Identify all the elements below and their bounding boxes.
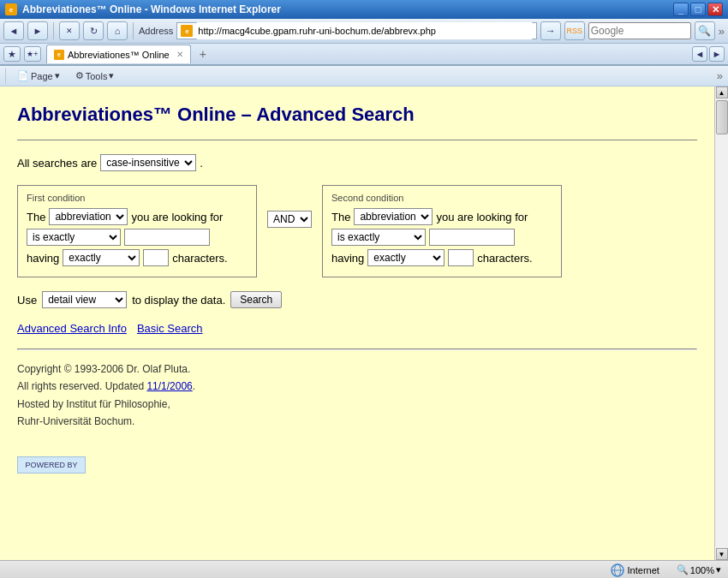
tools-dropdown-icon: ▾ xyxy=(109,70,114,81)
browser-icon: e xyxy=(5,3,17,15)
search-button[interactable]: Search xyxy=(230,291,282,308)
conditions-row: First condition The abbreviation expansi… xyxy=(17,185,697,277)
browser-content-area: Abbreviationes™ Online – Advanced Search… xyxy=(0,86,728,560)
tab-label: Abbreviationes™ Online xyxy=(68,50,170,60)
forward-button[interactable]: ► xyxy=(27,21,48,40)
tab-bar: ★ ★+ e Abbreviationes™ Online ✕ + ◄ ► xyxy=(0,44,728,66)
minimize-button[interactable]: _ xyxy=(673,3,689,16)
title-bar: e Abbreviationes™ Online - Windows Inter… xyxy=(0,0,728,19)
back-button[interactable]: ◄ xyxy=(3,21,24,40)
second-char-input[interactable] xyxy=(448,249,474,266)
page-icon: 📄 xyxy=(17,70,29,81)
toolbar2-expand-button[interactable]: » xyxy=(717,69,723,82)
powered-by-badge: POWERED BY xyxy=(17,456,86,474)
update-date-link[interactable]: 11/1/2006 xyxy=(146,380,192,392)
close-button[interactable]: ✕ xyxy=(707,3,723,16)
refresh-button[interactable]: ↻ xyxy=(83,21,104,40)
title-divider xyxy=(17,140,697,140)
window-title: Abbreviationes™ Online - Windows Interne… xyxy=(22,3,281,15)
status-zone: Internet xyxy=(611,563,659,577)
second-having-label: having xyxy=(331,252,364,265)
first-characters-label: characters. xyxy=(172,252,227,265)
page-menu-button[interactable]: 📄 Page ▾ xyxy=(13,69,64,83)
vertical-scrollbar[interactable]: ▲ ▼ xyxy=(714,86,728,560)
display-label: to display the data. xyxy=(132,294,225,307)
second-field-row: The abbreviation expansion source you ar… xyxy=(331,208,552,225)
copyright-line2: All rights reserved. Updated 11/1/2006. xyxy=(17,378,697,395)
connector-select[interactable]: AND OR xyxy=(267,211,312,228)
address-label: Address xyxy=(139,26,173,36)
second-condition-title: Second condition xyxy=(331,193,552,203)
tab-scroll-right[interactable]: ► xyxy=(709,46,725,62)
scroll-down-arrow[interactable]: ▼ xyxy=(716,548,728,560)
first-char-select[interactable]: exactly at least at most xyxy=(63,249,140,266)
copyright: Copyright © 1993-2006 Dr. Olaf Pluta. Al… xyxy=(17,361,697,431)
second-characters-label: characters. xyxy=(477,252,532,265)
search-bar: 🔍 xyxy=(588,21,715,40)
toolbar2-divider1 xyxy=(5,69,6,84)
first-field-select[interactable]: abbreviation expansion source xyxy=(49,208,128,225)
address-bar: Address e → RSS xyxy=(139,21,585,40)
toolbar-divider xyxy=(53,22,54,39)
add-favorites-button[interactable]: ★+ xyxy=(24,46,41,62)
favorites-star-button[interactable]: ★ xyxy=(3,46,21,62)
first-looking-for-label: you are looking for xyxy=(131,211,223,223)
case-sensitivity-select[interactable]: case-insensitive xyxy=(100,154,196,171)
second-match-row: is exactly starts with ends with contain… xyxy=(331,229,552,246)
go-button[interactable]: → xyxy=(540,21,561,40)
address-input[interactable] xyxy=(196,22,532,39)
zoom-control[interactable]: 🔍 100% ▾ xyxy=(677,564,721,575)
basic-search-link[interactable]: Basic Search xyxy=(137,322,203,335)
first-field-row: The abbreviation expansion source you ar… xyxy=(27,208,248,225)
toolbar-expand-button[interactable]: » xyxy=(719,25,725,38)
first-having-label: having xyxy=(27,252,59,265)
zoom-dropdown-icon: ▾ xyxy=(716,564,721,575)
internet-icon xyxy=(611,563,624,577)
second-match-select[interactable]: is exactly starts with ends with contain… xyxy=(331,229,426,246)
tab-close[interactable]: ✕ xyxy=(176,50,183,59)
page-title: Abbreviationes™ Online – Advanced Search xyxy=(17,104,697,126)
secondary-toolbar: 📄 Page ▾ ⚙ Tools ▾ » xyxy=(0,66,728,86)
use-label: Use xyxy=(17,294,37,307)
second-chars-row: having exactly at least at most characte… xyxy=(331,249,552,266)
active-tab[interactable]: e Abbreviationes™ Online ✕ xyxy=(46,45,191,63)
zoom-icon: 🔍 xyxy=(677,564,689,575)
tools-icon: ⚙ xyxy=(75,70,84,81)
page-content: Abbreviationes™ Online – Advanced Search… xyxy=(0,86,714,560)
first-match-select[interactable]: is exactly starts with ends with contain… xyxy=(27,229,121,246)
new-tab-button[interactable]: + xyxy=(196,47,210,61)
second-condition-box: Second condition The abbreviation expans… xyxy=(322,185,562,277)
all-searches-label: All searches are xyxy=(17,157,97,170)
first-value-input[interactable] xyxy=(124,229,210,246)
tab-icon: e xyxy=(54,50,64,60)
second-field-select[interactable]: abbreviation expansion source xyxy=(354,208,433,225)
advanced-search-info-link[interactable]: Advanced Search Info xyxy=(17,322,127,335)
tab-scroll-left[interactable]: ◄ xyxy=(692,46,707,62)
scroll-up-arrow[interactable]: ▲ xyxy=(716,86,728,98)
copyright-line1: Copyright © 1993-2006 Dr. Olaf Pluta. xyxy=(17,361,697,378)
and-connector: AND OR xyxy=(267,185,312,228)
browser-search-input[interactable] xyxy=(588,22,691,39)
links-row: Advanced Search Info Basic Search xyxy=(17,322,697,335)
navigation-toolbar: ◄ ► ✕ ↻ ⌂ Address e → RSS 🔍 » xyxy=(0,19,728,44)
browser-search-button[interactable]: 🔍 xyxy=(695,21,715,40)
second-char-select[interactable]: exactly at least at most xyxy=(367,249,445,266)
second-value-input[interactable] xyxy=(429,229,515,246)
first-char-input[interactable] xyxy=(143,249,169,266)
display-row: Use detail view compact view list view t… xyxy=(17,291,697,308)
first-condition-title: First condition xyxy=(27,193,248,203)
copyright-line3: Hosted by Institut für Philosophie, xyxy=(17,396,697,413)
zoom-level: 100% xyxy=(690,565,714,575)
period-after-case: . xyxy=(200,157,203,170)
home-button[interactable]: ⌂ xyxy=(107,21,128,40)
stop-button[interactable]: ✕ xyxy=(59,21,80,40)
first-match-row: is exactly starts with ends with contain… xyxy=(27,229,248,246)
copyright-line4: Ruhr-Universität Bochum. xyxy=(17,413,697,430)
scroll-thumb[interactable] xyxy=(716,100,728,134)
status-bar: Internet 🔍 100% ▾ xyxy=(0,560,728,578)
maximize-button[interactable]: □ xyxy=(690,3,706,16)
rss-button[interactable]: RSS xyxy=(564,21,585,40)
tools-menu-button[interactable]: ⚙ Tools ▾ xyxy=(71,69,119,83)
view-select[interactable]: detail view compact view list view xyxy=(42,291,127,308)
nav-icons: ★ ★+ xyxy=(3,46,41,62)
